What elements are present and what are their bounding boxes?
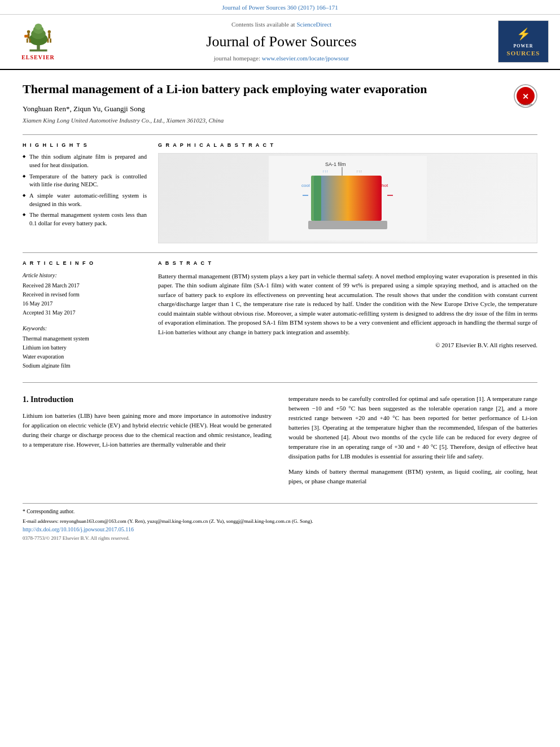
intro-number: 1. <box>23 395 29 404</box>
homepage-url[interactable]: www.elsevier.com/locate/jpowsour <box>262 55 349 62</box>
keyword-item: Water evaporation <box>23 353 147 361</box>
revised-date: 16 May 2017 <box>23 300 147 308</box>
graphical-abstract-image: SA-1 film cool hot SA-1 film <box>158 153 537 243</box>
keyword-item: Sodium alginate film <box>23 362 147 370</box>
intro-paragraph-1: Lithium ion batteries (LIB) have been ga… <box>23 411 272 449</box>
svg-rect-1 <box>29 50 47 52</box>
lightning-icon: ⚡ <box>517 26 531 42</box>
svg-rect-29 <box>308 221 387 229</box>
footnote-section: * Corresponding author. E-mail addresses… <box>23 503 537 541</box>
svg-rect-12 <box>47 39 49 43</box>
svg-rect-14 <box>24 35 28 38</box>
top-bar: Journal of Power Sources 360 (2017) 166–… <box>0 0 560 15</box>
received-revised-label: Received in revised form <box>23 291 147 299</box>
svg-rect-8 <box>26 39 28 43</box>
journal-main-title: Journal of Power Sources <box>76 32 487 52</box>
svg-rect-11 <box>48 34 50 39</box>
abstract-section: A B S T R A C T Battery thermal manageme… <box>158 260 537 371</box>
article-info-heading: A R T I C L E I N F O <box>23 260 147 267</box>
email-addresses: E-mail addresses: renyonghuan163.com@163… <box>23 518 537 525</box>
abstract-text: Battery thermal management (BTM) system … <box>158 272 537 337</box>
article-history: Article history: Received 28 March 2017 … <box>23 272 147 317</box>
svg-text:SA-1 film: SA-1 film <box>325 161 346 167</box>
svg-text:CrossMark: CrossMark <box>519 103 533 106</box>
accepted-date: Accepted 31 May 2017 <box>23 309 147 317</box>
abstract-heading: A B S T R A C T <box>158 260 537 267</box>
elsevier-text: ELSEVIER <box>21 54 55 62</box>
sciencedirect-link[interactable]: ScienceDirect <box>296 21 331 28</box>
introduction-section: 1. Introduction Lithium ion batteries (L… <box>23 394 537 492</box>
keywords-section: Keywords: Thermal management system Lith… <box>23 325 147 370</box>
svg-text:cool: cool <box>301 183 310 188</box>
intro-title: Introduction <box>30 395 73 404</box>
doi-link[interactable]: http://dx.doi.org/10.1016/j.jpowsour.201… <box>23 526 134 532</box>
article-info-left: A R T I C L E I N F O Article history: R… <box>23 260 147 371</box>
elsevier-tree-icon <box>19 21 58 53</box>
article-content: ✕ CrossMark Thermal management of a Li-i… <box>0 70 560 553</box>
intro-paragraph-2: temperature needs to be carefully contro… <box>288 394 537 461</box>
journal-title-section: Contents lists available at ScienceDirec… <box>65 20 498 63</box>
list-item: A simple water automatic-refilling syste… <box>23 192 147 208</box>
svg-text:hot: hot <box>382 183 388 188</box>
intro-left: 1. Introduction Lithium ion batteries (L… <box>23 394 272 492</box>
highlights-list: The thin sodium alginate film is prepare… <box>23 153 147 228</box>
corresponding-author: * Corresponding author. <box>23 508 537 516</box>
affiliation: Xiamen King Long United Automotive Indus… <box>23 116 537 125</box>
svg-rect-9 <box>29 39 30 43</box>
issn: 0378-7753/© 2017 Elsevier B.V. All right… <box>23 535 537 542</box>
contents-available: Contents lists available at ScienceDirec… <box>76 20 487 29</box>
article-title: Thermal management of a Li-ion battery p… <box>23 81 537 98</box>
crossmark: ✕ CrossMark <box>514 84 537 111</box>
graphical-abstract-col: G R A P H I C A L A B S T R A C T <box>158 142 537 244</box>
battery-diagram-svg: SA-1 film cool hot SA-1 film <box>269 156 427 241</box>
intro-heading: 1. Introduction <box>23 394 272 405</box>
author-names: Yonghuan Ren*, Ziqun Yu, Guangji Song <box>23 104 145 113</box>
journal-reference: Journal of Power Sources 360 (2017) 166–… <box>222 4 338 11</box>
copyright: © 2017 Elsevier B.V. All rights reserved… <box>158 341 537 350</box>
journal-logo-box: ⚡ POWER SOURCES <box>498 20 549 63</box>
journal-header: ELSEVIER Contents lists available at Sci… <box>0 15 560 69</box>
authors: Yonghuan Ren*, Ziqun Yu, Guangji Song <box>23 104 537 114</box>
svg-point-5 <box>34 24 42 30</box>
keyword-item: Lithium ion battery <box>23 344 147 352</box>
page: Journal of Power Sources 360 (2017) 166–… <box>0 0 560 747</box>
list-item: The thin sodium alginate film is prepare… <box>23 153 147 169</box>
highlights-col: H I G H L I G H T S The thin sodium algi… <box>23 142 147 244</box>
svg-point-6 <box>27 30 30 34</box>
svg-rect-22 <box>314 176 382 221</box>
highlights-graphical-section: H I G H L I G H T S The thin sodium algi… <box>23 134 537 244</box>
logo-power-text: POWER <box>513 43 533 49</box>
crossmark-icon: ✕ CrossMark <box>514 84 537 108</box>
section-divider <box>23 382 537 383</box>
intro-paragraph-3: Many kinds of battery thermal management… <box>288 467 537 486</box>
keyword-item: Thermal management system <box>23 335 147 343</box>
graphical-abstract-heading: G R A P H I C A L A B S T R A C T <box>158 142 537 149</box>
keywords-label: Keywords: <box>23 325 147 333</box>
highlights-heading: H I G H L I G H T S <box>23 142 147 149</box>
svg-rect-13 <box>50 39 51 43</box>
history-label: Article history: <box>23 272 147 279</box>
intro-right: temperature needs to be carefully contro… <box>288 394 537 492</box>
article-info-section: A R T I C L E I N F O Article history: R… <box>23 252 537 371</box>
svg-point-10 <box>47 30 51 34</box>
svg-text:↑↑↑: ↑↑↑ <box>356 169 362 173</box>
received-date: Received 28 March 2017 <box>23 282 147 290</box>
journal-homepage: journal homepage: www.elsevier.com/locat… <box>76 54 487 63</box>
svg-rect-23 <box>311 176 321 221</box>
svg-text:↑↑↑: ↑↑↑ <box>322 169 329 173</box>
logo-sources-text: SOURCES <box>507 49 540 58</box>
svg-text:✕: ✕ <box>522 93 529 101</box>
elsevier-logo: ELSEVIER <box>11 21 65 62</box>
list-item: The thermal management system costs less… <box>23 211 147 228</box>
list-item: Temperature of the battery pack is contr… <box>23 173 147 189</box>
